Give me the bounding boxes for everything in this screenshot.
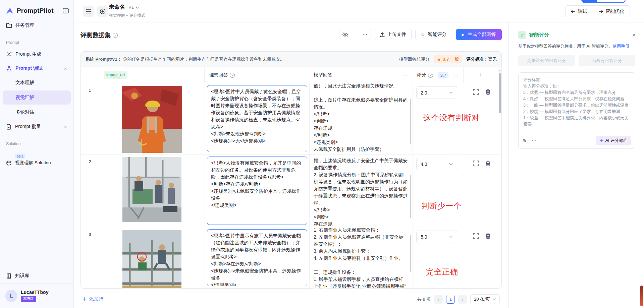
add-column-icon[interactable]: + xyxy=(479,71,483,79)
generate-all-button[interactable]: ▶ 生成全部回答 xyxy=(456,29,502,40)
cell-scrollbar[interactable] xyxy=(410,99,411,144)
current-page[interactable]: 1 xyxy=(446,295,455,304)
new-task-icon[interactable] xyxy=(97,6,108,17)
score-select[interactable]: 5.0 xyxy=(416,231,457,243)
add-row-label: 添加行 xyxy=(89,296,103,302)
help-icon[interactable]: ? xyxy=(428,73,433,78)
edit-icon[interactable]: ✎ xyxy=(523,137,527,144)
page-title: 评测数据集 i xyxy=(80,31,118,39)
upload-file-button[interactable]: 上传文件 xyxy=(375,29,412,40)
image-url-badge: image_url xyxy=(104,71,127,79)
sidebar-item-tasks[interactable]: 任务管理 xyxy=(3,19,71,32)
sidebar-item-label: 任务管理 xyxy=(15,22,67,28)
score-value: 4.0 xyxy=(421,162,427,167)
criteria-value: 暂无 xyxy=(488,57,497,62)
prev-page-icon[interactable]: ‹ xyxy=(434,295,443,304)
collapse-sidebar-icon[interactable] xyxy=(63,8,69,13)
breadcrumb: 视觉理解－评分模式 xyxy=(109,13,145,18)
expand-icon[interactable] xyxy=(473,161,479,166)
score-all-button[interactable]: 为所有回答评分 xyxy=(579,55,636,66)
optimize-button[interactable]: 智能优化 xyxy=(593,6,630,17)
criteria-editor[interactable]: 评分标准： 输入评分标准，如： 5：优秀 — 模型回答完全满足所有要求，理由充分… xyxy=(518,72,635,149)
cell-scrollbar[interactable] xyxy=(410,235,411,272)
page-size-select[interactable]: 20 条/页 xyxy=(470,294,500,304)
scrollbar-thumb[interactable] xyxy=(499,73,501,113)
help-icon[interactable]: ? xyxy=(230,73,235,78)
sidebar-item-prompt-gen[interactable]: Prompt 生成 xyxy=(3,48,71,61)
expand-icon[interactable] xyxy=(473,89,479,95)
row-actions xyxy=(464,83,499,154)
user-profile[interactable]: L LucasTTboy 高级版 xyxy=(0,283,73,308)
panel-desc-text: 基于你对模型回答的评分标准，用于 AI 智能评分。 xyxy=(518,44,612,49)
delete-icon[interactable] xyxy=(485,89,491,95)
criteria-label: 评分标准： xyxy=(466,57,488,62)
table-header: image_url 理想回答 ? 模型回答 ⋯ 评分 ? 3.7 ⋯ xyxy=(81,67,501,83)
sidebar-item-multi-turn[interactable]: 多轮对话 xyxy=(3,105,71,119)
model-answer-cell[interactable]: 帽，上述情况均违反了安全生产中关于佩戴安全帽的要求。 2. 设备操作情况分析：图… xyxy=(310,155,413,227)
close-icon[interactable]: × xyxy=(632,32,635,38)
total-score-label: 模型回答总评分 xyxy=(399,56,430,62)
add-row-button[interactable]: 添加行 xyxy=(83,296,103,302)
table-scrollbar[interactable] xyxy=(498,68,501,289)
arrow-left-icon xyxy=(571,10,576,13)
cube-icon xyxy=(6,160,12,166)
book-icon xyxy=(6,273,12,279)
ideal-answer-editor[interactable]: <思考>图片中显示有施工人员未佩戴安全帽（红色圈注区域的工人未佩戴安全帽）；穿绿… xyxy=(207,229,307,286)
model-column-menu-icon[interactable]: ⋯ xyxy=(402,72,408,78)
ideal-answer-editor[interactable]: <思考>人物没有佩戴安全帽，尤其是中间的和左边的任务。且设备的使用方式非常危险，… xyxy=(207,157,307,225)
sidebar-item-prompt-batch[interactable]: Prompt 批量 xyxy=(3,120,71,133)
model-answer-cell[interactable]: 1. 右侧作业人员未佩戴安全帽； 2. 左侧作业人员佩戴普通鸭舌帽（非安全标准安… xyxy=(310,227,413,288)
sidebar-item-prompt-debug[interactable]: Prompt 调试 xyxy=(3,62,71,75)
dataset-table: 系统 Prompt/V1： 你的任务是根据生产车间的图片，判断生产车间是否存在违… xyxy=(80,51,502,289)
sidebar-section-prompt: Prompt xyxy=(0,33,73,47)
score-select[interactable]: 4.0 xyxy=(416,158,457,170)
sidebar-item-visual-solution[interactable]: beta 视觉理解 Solution xyxy=(3,153,71,166)
dataset-image-worker-banner[interactable] xyxy=(122,86,182,153)
criteria-more-icon[interactable]: ⋯ xyxy=(532,137,537,144)
delete-icon[interactable] xyxy=(485,161,491,166)
dataset-image-scaffold[interactable] xyxy=(122,230,181,288)
panel-title: 智能评分 xyxy=(529,32,629,38)
cell-scrollbar[interactable] xyxy=(410,175,411,218)
model-answer-cell[interactable]: 值），因此无法完全排除相关违规情况。 综上，图片中存在未佩戴必要安全防护用具的情… xyxy=(310,83,413,154)
info-icon[interactable]: i xyxy=(113,33,118,38)
smart-score-panel: ☆ 智能评分 × 基于你对模型回答的评分标准，用于 AI 智能评分。使用手册 为… xyxy=(508,22,644,308)
chevron-down-icon xyxy=(449,91,453,94)
score-column-menu-icon[interactable]: ⋯ xyxy=(453,72,459,78)
model-header-label: 模型回答 xyxy=(314,72,332,78)
score-value: 2.0 xyxy=(421,90,427,96)
criteria-line: 1：较差 — 模型回答未能满足关键要求，内容极少或无关紧要 xyxy=(523,115,630,128)
row-image-cell xyxy=(99,227,205,288)
sidebar-item-label: Prompt 生成 xyxy=(15,51,67,57)
system-prompt-bar[interactable]: 系统 Prompt/V1： 你的任务是根据生产车间的图片，判断生产车间是否存在违… xyxy=(81,52,501,67)
score-select[interactable]: 2.0 xyxy=(416,86,457,99)
dataset-toolbar: ⋯ 上传文件 ☆ 智能评分 ▶ 生成全部回答 xyxy=(339,29,502,40)
dataset-image-workshop[interactable] xyxy=(122,157,181,222)
delete-icon[interactable] xyxy=(485,233,491,239)
menu-icon[interactable] xyxy=(83,6,94,17)
score-unrated-button[interactable]: 为未评分的回答评分 xyxy=(518,55,575,66)
hide-columns-icon[interactable] xyxy=(339,29,351,40)
more-actions-icon[interactable]: ⋯ xyxy=(359,29,371,40)
expand-icon[interactable] xyxy=(473,233,479,239)
task-title-row[interactable]: 未命名V1 xyxy=(109,4,139,11)
debug-button[interactable]: 调试 xyxy=(566,6,593,17)
smart-score-button[interactable]: ☆ 智能评分 xyxy=(415,29,452,40)
avatar: L xyxy=(5,290,17,302)
panel-description: 基于你对模型回答的评分标准，用于 AI 智能评分。使用手册 xyxy=(518,43,635,49)
manual-link[interactable]: 使用手册 xyxy=(612,44,629,49)
chevron-down-icon xyxy=(493,298,496,300)
play-icon: ▶ xyxy=(462,33,465,37)
ai-criteria-button[interactable]: ✦ AI 评分标准 xyxy=(596,136,631,145)
scroll-up-icon[interactable] xyxy=(499,70,501,71)
ideal-answer-editor[interactable]: <思考>图片中人员佩戴了黄色安全帽，且穿戴了安全防护背心（含安全带类装备）；同时… xyxy=(207,85,307,152)
score-cell: 2.0 xyxy=(413,83,464,154)
sidebar-item-text-understanding[interactable]: 文本理解 xyxy=(3,76,71,90)
sparkle-icon: ✦ xyxy=(600,138,603,143)
page-scrollbar-thumb[interactable] xyxy=(640,286,643,306)
next-page-icon[interactable]: › xyxy=(458,295,467,304)
sidebar-item-visual-understanding[interactable]: 视觉理解 xyxy=(3,90,71,105)
sidebar-item-knowledge-base[interactable]: 知识库 xyxy=(3,269,71,283)
ideal-answer-cell: <思考>人物没有佩戴安全帽，尤其是中间的和左边的任务。且设备的使用方式非常危险，… xyxy=(205,155,310,227)
promptpilot-logo-icon xyxy=(5,7,14,15)
